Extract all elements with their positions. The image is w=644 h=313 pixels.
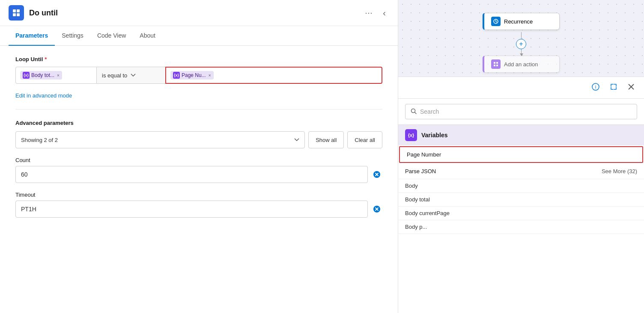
right-token-input[interactable]: {x} Page Nu... × xyxy=(165,67,382,84)
right-panel: Recurrence + Add an action i xyxy=(398,0,644,313)
section-divider xyxy=(15,109,382,109)
parse-json-result[interactable]: Parse JSON See More (32) xyxy=(398,164,644,179)
token-icon: {x} xyxy=(23,72,30,79)
required-star: * xyxy=(45,56,47,62)
right-toolbar: i xyxy=(398,77,644,99)
expand-button[interactable] xyxy=(607,81,620,94)
body-total-token: {x} Body tot... × xyxy=(20,71,62,80)
clear-all-button[interactable]: Clear all xyxy=(347,131,382,148)
count-field-group: Count xyxy=(15,157,382,183)
svg-rect-1 xyxy=(17,9,20,12)
timeout-clear-button[interactable] xyxy=(371,204,382,215)
svg-text:i: i xyxy=(595,84,596,89)
timeout-field-row xyxy=(15,201,382,218)
panel-header: Do until ⋯ ‹ xyxy=(0,0,398,26)
search-box xyxy=(405,104,637,119)
tab-about[interactable]: About xyxy=(133,26,162,46)
body-current-page-result[interactable]: Body currentPage xyxy=(398,207,644,220)
recurrence-icon xyxy=(491,17,501,26)
see-more-label: See More (32) xyxy=(602,168,637,174)
second-flow-node: Add an action xyxy=(483,56,560,73)
search-container xyxy=(398,99,644,125)
svg-rect-13 xyxy=(494,65,495,66)
count-field-row xyxy=(15,166,382,183)
show-all-button[interactable]: Show all xyxy=(308,131,344,148)
timeout-input[interactable] xyxy=(15,201,368,218)
second-node-icon xyxy=(491,59,501,69)
page-token-icon: {x} xyxy=(173,72,180,79)
close-panel-button[interactable]: ‹ xyxy=(379,6,389,20)
loop-until-label: Loop Until * xyxy=(15,56,382,62)
search-input[interactable] xyxy=(420,108,632,115)
flow-diagram: Recurrence + Add an action xyxy=(398,0,644,77)
tab-code-view[interactable]: Code View xyxy=(90,26,133,46)
body-total-result[interactable]: Body total xyxy=(398,193,644,207)
add-action-plus[interactable]: + xyxy=(516,39,526,49)
count-clear-button[interactable] xyxy=(371,169,382,180)
panel-icon xyxy=(9,5,24,21)
info-button[interactable]: i xyxy=(589,81,602,94)
panel-content: Loop Until * {x} Body tot... × is equal … xyxy=(0,46,398,313)
tab-settings[interactable]: Settings xyxy=(55,26,90,46)
flow-connector: + xyxy=(516,32,526,56)
connector-arrow xyxy=(521,49,522,56)
count-label: Count xyxy=(15,157,382,163)
variables-section-header: {x} Variables xyxy=(398,125,644,145)
svg-rect-0 xyxy=(13,9,16,12)
edit-advanced-link[interactable]: Edit in advanced mode xyxy=(15,92,72,99)
operator-select[interactable]: is equal to xyxy=(97,67,165,84)
count-input[interactable] xyxy=(15,166,368,183)
variables-section-icon: {x} xyxy=(405,129,417,141)
results-list: {x} Variables Page Number Parse JSON See… xyxy=(398,125,644,313)
connector-line-top xyxy=(521,32,522,39)
svg-rect-2 xyxy=(13,13,16,16)
search-icon xyxy=(411,108,417,115)
recurrence-node: Recurrence xyxy=(483,13,560,30)
left-panel: Do until ⋯ ‹ Parameters Settings Code Vi… xyxy=(0,0,398,313)
more-options-button[interactable]: ⋯ xyxy=(361,6,376,19)
loop-until-row: {x} Body tot... × is equal to {x} Page N… xyxy=(15,67,382,84)
close-right-panel-button[interactable] xyxy=(625,82,637,94)
svg-line-20 xyxy=(415,112,417,114)
svg-rect-12 xyxy=(496,62,498,64)
left-token-input[interactable]: {x} Body tot... × xyxy=(15,67,97,84)
showing-dropdown[interactable]: Showing 2 of 2 xyxy=(15,131,305,148)
variables-section-title: Variables xyxy=(421,132,448,139)
svg-rect-11 xyxy=(494,62,495,64)
header-actions: ⋯ ‹ xyxy=(361,6,389,20)
page-number-result[interactable]: Page Number xyxy=(399,146,643,163)
svg-rect-14 xyxy=(496,65,498,66)
tabs-bar: Parameters Settings Code View About xyxy=(0,26,398,46)
right-token-close[interactable]: × xyxy=(209,73,211,78)
advanced-params-row: Showing 2 of 2 Show all Clear all xyxy=(15,131,382,148)
body-p-result[interactable]: Body p... xyxy=(398,220,644,234)
advanced-params-title: Advanced parameters xyxy=(15,120,382,126)
timeout-label: Timeout xyxy=(15,192,382,198)
body-result-0[interactable]: Body xyxy=(398,179,644,193)
tab-parameters[interactable]: Parameters xyxy=(9,26,55,46)
panel-title: Do until xyxy=(29,9,356,18)
page-number-token: {x} Page Nu... × xyxy=(170,71,214,80)
timeout-field-group: Timeout xyxy=(15,192,382,218)
svg-rect-3 xyxy=(17,13,20,16)
left-token-close[interactable]: × xyxy=(57,73,60,78)
parse-json-row: Parse JSON See More (32) xyxy=(405,168,637,174)
